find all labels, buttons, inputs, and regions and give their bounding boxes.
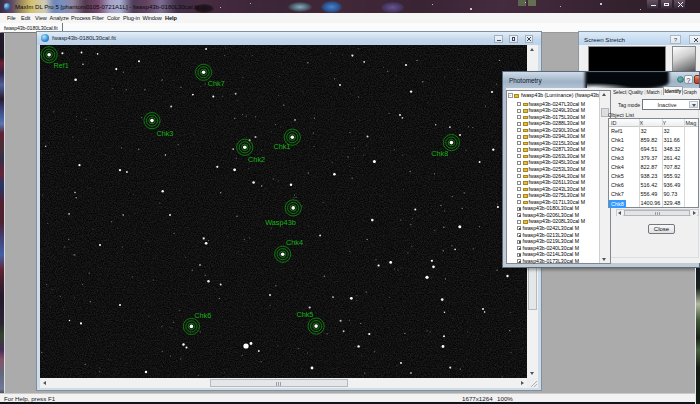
svg-text:Chk8: Chk8: [431, 149, 448, 158]
svg-text:Chk5: Chk5: [296, 310, 313, 319]
svg-text:Ref1: Ref1: [54, 61, 69, 70]
svg-text:Chk6: Chk6: [194, 311, 211, 320]
svg-text:Chk2: Chk2: [248, 155, 265, 164]
svg-text:Wasp43b: Wasp43b: [265, 218, 296, 227]
svg-text:Chk7: Chk7: [208, 79, 225, 88]
svg-text:Chk4: Chk4: [286, 238, 303, 247]
svg-text:Chk3: Chk3: [156, 129, 173, 138]
svg-text:Chk1: Chk1: [273, 142, 290, 151]
